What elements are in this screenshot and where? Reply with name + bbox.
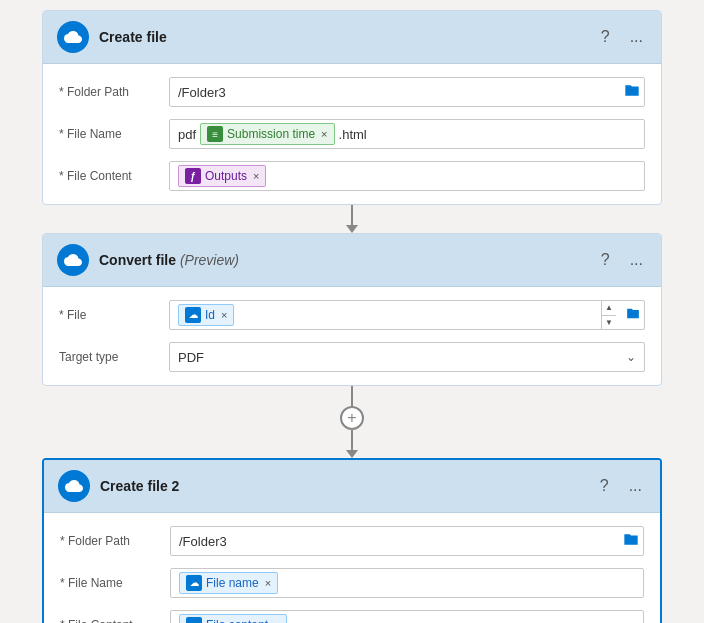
file-name-prefix: pdf xyxy=(178,127,196,142)
folder-path-label: * Folder Path xyxy=(59,85,169,99)
file-name-token[interactable]: ☁ File name × xyxy=(179,572,278,594)
connector-2: + xyxy=(340,386,364,458)
file-content-input[interactable]: ƒ Outputs × xyxy=(169,161,645,191)
file-content-row: * File Content ƒ Outputs × xyxy=(59,160,645,192)
folder-path-value: /Folder3 xyxy=(178,85,226,100)
convert-file-browse-btn[interactable] xyxy=(626,307,640,324)
convert-file-card: Convert file (Preview) ? ... * File ☁ Id… xyxy=(42,233,662,386)
id-icon: ☁ xyxy=(185,307,201,323)
create-file-card: Create file ? ... * Folder Path /Folder3 xyxy=(42,10,662,205)
file-name2-input[interactable]: ☁ File name × xyxy=(170,568,644,598)
convert-file-header: Convert file (Preview) ? ... xyxy=(43,234,661,287)
target-type-value: PDF xyxy=(178,350,204,365)
flow-container: Create file ? ... * Folder Path /Folder3 xyxy=(10,10,694,623)
connector-line-1 xyxy=(351,205,353,225)
file-name-label: * File Name xyxy=(59,127,169,141)
file-content-token[interactable]: ☁ File content × xyxy=(179,614,287,623)
create-file2-actions: ? ... xyxy=(596,475,646,497)
folder-path-browse-btn[interactable] xyxy=(624,83,640,102)
connector-1 xyxy=(346,205,358,233)
id-label: Id xyxy=(205,308,215,322)
file-name-suffix: .html xyxy=(339,127,367,142)
create-file2-icon xyxy=(58,470,90,502)
connector-line-2 xyxy=(351,386,353,406)
folder-path-input[interactable]: /Folder3 xyxy=(169,77,645,107)
file-name-token-icon: ☁ xyxy=(186,575,202,591)
folder-path2-input[interactable]: /Folder3 xyxy=(170,526,644,556)
convert-file-icon xyxy=(57,244,89,276)
connector-arrow-2 xyxy=(346,450,358,458)
outputs-label: Outputs xyxy=(205,169,247,183)
create-file-actions: ? ... xyxy=(597,26,647,48)
folder-path2-label: * Folder Path xyxy=(60,534,170,548)
chevron-down-icon: ⌄ xyxy=(626,350,636,364)
connector-line-3 xyxy=(351,430,353,450)
folder-path2-row: * Folder Path /Folder3 xyxy=(60,525,644,557)
id-token[interactable]: ☁ Id × xyxy=(178,304,234,326)
folder-path-row: * Folder Path /Folder3 xyxy=(59,76,645,108)
file-content2-label: * File Content xyxy=(60,618,170,623)
file-content2-row: * File Content ☁ File content × xyxy=(60,609,644,623)
file-name2-row: * File Name ☁ File name × xyxy=(60,567,644,599)
convert-file-input[interactable]: ☁ Id × ▲ ▼ xyxy=(169,300,645,330)
target-type-select[interactable]: PDF ⌄ xyxy=(169,342,645,372)
spinner-up-btn[interactable]: ▲ xyxy=(602,301,616,316)
file-name2-label: * File Name xyxy=(60,576,170,590)
connector-arrow-1 xyxy=(346,225,358,233)
convert-file-body: * File ☁ Id × ▲ ▼ xyxy=(43,287,661,385)
create-file-more-btn[interactable]: ... xyxy=(626,26,647,48)
convert-file-help-btn[interactable]: ? xyxy=(597,249,614,271)
outputs-close[interactable]: × xyxy=(253,170,259,182)
outputs-token[interactable]: ƒ Outputs × xyxy=(178,165,266,187)
convert-file-more-btn[interactable]: ... xyxy=(626,249,647,271)
create-file2-header: Create file 2 ? ... xyxy=(44,460,660,513)
convert-file-field-label: * File xyxy=(59,308,169,322)
create-file2-title: Create file 2 xyxy=(100,478,586,494)
create-file2-help-btn[interactable]: ? xyxy=(596,475,613,497)
outputs-icon: ƒ xyxy=(185,168,201,184)
create-file-icon xyxy=(57,21,89,53)
target-type-label: Target type xyxy=(59,350,169,364)
folder-path2-value: /Folder3 xyxy=(179,534,227,549)
convert-file-actions: ? ... xyxy=(597,249,647,271)
spinner-down-btn[interactable]: ▼ xyxy=(602,316,616,330)
file-content2-input[interactable]: ☁ File content × xyxy=(170,610,644,623)
file-name-row: * File Name pdf ≡ Submission time × .htm… xyxy=(59,118,645,150)
cloud-icon xyxy=(64,28,82,46)
file-name-token-label: File name xyxy=(206,576,259,590)
create-file2-body: * Folder Path /Folder3 * File Name ☁ xyxy=(44,513,660,623)
file-content-token-icon: ☁ xyxy=(186,617,202,623)
submission-time-icon: ≡ xyxy=(207,126,223,142)
file-content-token-label: File content xyxy=(206,618,268,623)
create-file-title: Create file xyxy=(99,29,587,45)
file-content-token-close[interactable]: × xyxy=(274,619,280,623)
create-file2-card: Create file 2 ? ... * Folder Path /Folde… xyxy=(42,458,662,623)
add-step-btn-1[interactable]: + xyxy=(340,406,364,430)
create-file-help-btn[interactable]: ? xyxy=(597,26,614,48)
create-file2-more-btn[interactable]: ... xyxy=(625,475,646,497)
target-type-row: Target type PDF ⌄ xyxy=(59,341,645,373)
file-content-label: * File Content xyxy=(59,169,169,183)
submission-time-token[interactable]: ≡ Submission time × xyxy=(200,123,334,145)
convert-file-title: Convert file (Preview) xyxy=(99,252,587,268)
submission-time-label: Submission time xyxy=(227,127,315,141)
file-name-input[interactable]: pdf ≡ Submission time × .html xyxy=(169,119,645,149)
id-close[interactable]: × xyxy=(221,309,227,321)
create-file-header: Create file ? ... xyxy=(43,11,661,64)
cloud-icon-2 xyxy=(64,251,82,269)
submission-time-close[interactable]: × xyxy=(321,128,327,140)
spinner-btns: ▲ ▼ xyxy=(601,301,616,329)
convert-file-row: * File ☁ Id × ▲ ▼ xyxy=(59,299,645,331)
folder-path2-browse-btn[interactable] xyxy=(623,532,639,551)
create-file-body: * Folder Path /Folder3 * File Name pdf xyxy=(43,64,661,204)
file-name-token-close[interactable]: × xyxy=(265,577,271,589)
cloud-icon-3 xyxy=(65,477,83,495)
